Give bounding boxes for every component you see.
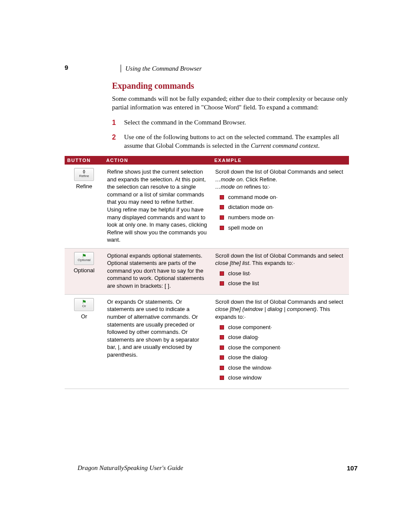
steps-list: 1 Select the command in the Command Brow… bbox=[112, 118, 353, 150]
refine-button-icon: ⚱ Refine bbox=[74, 168, 94, 181]
step-text: Select the command in the Command Browse… bbox=[124, 119, 246, 126]
step-text: Use one of the following buttons to act … bbox=[124, 134, 339, 149]
example-list: command mode on· dictation mode on· numb… bbox=[220, 193, 346, 231]
list-item: close component· bbox=[220, 324, 346, 331]
running-head: Using the Command Browser bbox=[121, 65, 202, 72]
list-item: close the window· bbox=[220, 364, 346, 372]
list-item: numbers mode on· bbox=[220, 214, 346, 221]
page-footer: Dragon NaturallySpeaking User's Guide 10… bbox=[78, 464, 358, 472]
button-cell: ⚑ Or Or bbox=[65, 294, 103, 389]
list-item: close the dialog· bbox=[220, 354, 346, 361]
action-cell: Refine shows just the current selection … bbox=[103, 165, 212, 248]
optional-button-icon: ⚑ Optional bbox=[74, 252, 94, 265]
commands-table: BUTTON ACTION EXAMPLE ⚱ Refine Refine Re… bbox=[65, 156, 349, 389]
content-area: Expanding commands Some commands will no… bbox=[112, 81, 353, 389]
list-item: close the component· bbox=[220, 344, 346, 352]
step-number: 2 bbox=[112, 133, 116, 142]
header-action: ACTION bbox=[103, 156, 212, 165]
page-number: 107 bbox=[347, 464, 358, 472]
example-cell: Scroll down the list of Global Commands … bbox=[212, 294, 349, 389]
button-label: Refine bbox=[68, 183, 100, 190]
example-cell: Scroll down the list of Global Commands … bbox=[212, 165, 349, 248]
header-button: BUTTON bbox=[65, 156, 103, 165]
intro-paragraph: Some commands will not be fully expanded… bbox=[112, 94, 353, 112]
button-cell: ⚱ Refine Refine bbox=[65, 165, 103, 248]
list-item: close the list bbox=[220, 280, 346, 287]
button-cell: ⚑ Optional Optional bbox=[65, 248, 103, 294]
action-cell: Optional expands optional statements. Op… bbox=[103, 248, 212, 294]
table-row: ⚑ Or Or Or expands Or statements. Or sta… bbox=[65, 294, 349, 389]
example-list: close component· close dialog· close the… bbox=[220, 324, 346, 382]
or-button-icon: ⚑ Or bbox=[74, 298, 94, 311]
section-title: Expanding commands bbox=[112, 81, 353, 91]
step-1: 1 Select the command in the Command Brow… bbox=[112, 118, 353, 127]
action-cell: Or expands Or statements. Or statements … bbox=[103, 294, 212, 389]
button-label: Optional bbox=[68, 267, 100, 274]
chapter-number: 9 bbox=[65, 64, 68, 71]
step-2: 2 Use one of the following buttons to ac… bbox=[112, 133, 353, 150]
button-label: Or bbox=[68, 313, 100, 320]
list-item: close dialog· bbox=[220, 333, 346, 341]
list-item: close list· bbox=[220, 270, 346, 277]
list-item: dictation mode on· bbox=[220, 203, 346, 211]
table-header-row: BUTTON ACTION EXAMPLE bbox=[65, 156, 349, 165]
table-row: ⚑ Optional Optional Optional expands opt… bbox=[65, 248, 349, 294]
list-item: close window bbox=[220, 374, 346, 382]
table-row: ⚱ Refine Refine Refine shows just the cu… bbox=[65, 165, 349, 248]
step-number: 1 bbox=[112, 118, 116, 128]
example-cell: Scroll down the list of Global Commands … bbox=[212, 248, 349, 294]
list-item: spell mode on bbox=[220, 224, 346, 232]
page: 9 Using the Command Browser Expanding co… bbox=[0, 0, 411, 532]
example-list: close list· close the list bbox=[220, 270, 346, 287]
list-item: command mode on· bbox=[220, 193, 346, 201]
footer-title: Dragon NaturallySpeaking User's Guide bbox=[78, 464, 183, 471]
header-example: EXAMPLE bbox=[212, 156, 349, 165]
